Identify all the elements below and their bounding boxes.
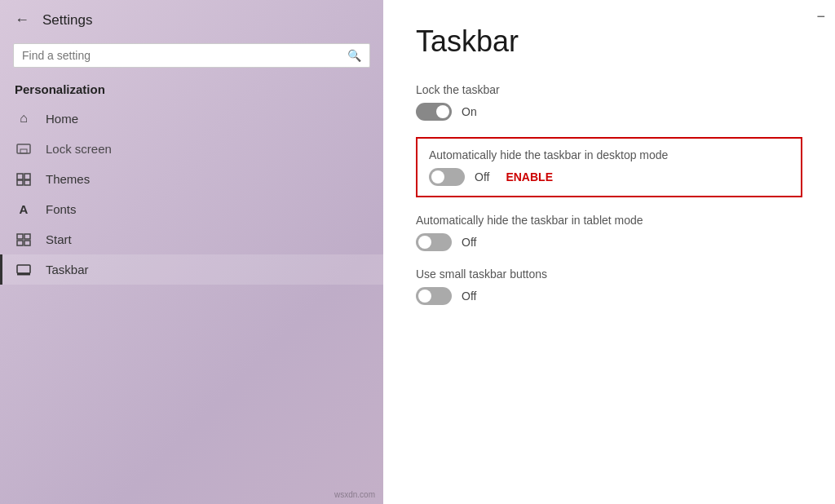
sidebar-item-home[interactable]: ⌂ Home: [0, 103, 383, 134]
enable-link[interactable]: ENABLE: [506, 170, 553, 183]
setting-small-buttons: Use small taskbar buttons Off: [416, 267, 802, 305]
svg-rect-10: [17, 265, 30, 273]
setting-row-hide-desktop: Off ENABLE: [429, 168, 789, 186]
sidebar-item-label: Lock screen: [46, 142, 112, 156]
fonts-icon: A: [15, 202, 33, 216]
back-button[interactable]: ←: [15, 11, 29, 29]
setting-lock-taskbar: Lock the taskbar On: [416, 83, 802, 121]
toggle-knob: [418, 236, 431, 249]
svg-rect-9: [24, 241, 30, 245]
watermark: wsxdn.com: [334, 490, 375, 499]
sidebar-item-themes[interactable]: Themes: [0, 164, 383, 194]
setting-label-hide-desktop: Automatically hide the taskbar in deskto…: [429, 148, 789, 161]
setting-row-hide-tablet: Off: [416, 233, 802, 251]
toggle-label-hide-desktop: Off: [475, 170, 489, 183]
toggle-hide-tablet[interactable]: [416, 233, 452, 251]
setting-label-hide-tablet: Automatically hide the taskbar in tablet…: [416, 214, 802, 227]
svg-rect-11: [17, 273, 30, 276]
toggle-label-hide-tablet: Off: [462, 236, 476, 249]
svg-rect-2: [17, 174, 23, 179]
sidebar: ← Settings 🔍 Personalization ⌂ Home Lock…: [0, 0, 383, 504]
svg-rect-8: [17, 241, 23, 245]
sidebar-item-label: Start: [46, 232, 72, 246]
svg-rect-6: [17, 234, 23, 239]
setting-hide-tablet: Automatically hide the taskbar in tablet…: [416, 214, 802, 251]
sidebar-item-label: Themes: [46, 172, 90, 186]
search-icon: 🔍: [347, 49, 361, 62]
sidebar-title: Settings: [42, 12, 92, 29]
sidebar-item-taskbar[interactable]: Taskbar: [0, 254, 383, 285]
sidebar-item-fonts[interactable]: A Fonts: [0, 194, 383, 224]
toggle-hide-desktop[interactable]: [429, 168, 465, 186]
start-icon: [15, 233, 33, 246]
highlight-box-hide-desktop: Automatically hide the taskbar in deskto…: [416, 137, 802, 197]
toggle-label-lock-taskbar: On: [462, 105, 477, 118]
toggle-small-buttons[interactable]: [416, 287, 452, 305]
sidebar-item-label: Home: [46, 112, 78, 126]
setting-row-small-buttons: Off: [416, 287, 802, 305]
sidebar-item-label: Fonts: [46, 202, 77, 216]
svg-rect-4: [17, 180, 23, 185]
search-box[interactable]: 🔍: [13, 43, 370, 68]
home-icon: ⌂: [15, 111, 33, 126]
setting-row-lock-taskbar: On: [416, 103, 802, 121]
lock-screen-icon: [15, 143, 33, 156]
taskbar-icon: [15, 264, 33, 276]
toggle-knob: [436, 105, 449, 118]
toggle-lock-taskbar[interactable]: [416, 103, 452, 121]
main-content: − Taskbar Lock the taskbar On Automatica…: [383, 0, 835, 504]
section-label: Personalization: [0, 77, 383, 103]
page-title: Taskbar: [416, 24, 802, 59]
svg-rect-5: [24, 180, 30, 185]
sidebar-header: ← Settings: [0, 0, 383, 37]
sidebar-item-lock-screen[interactable]: Lock screen: [0, 134, 383, 164]
svg-rect-3: [24, 174, 30, 179]
setting-label-small-buttons: Use small taskbar buttons: [416, 267, 802, 281]
toggle-label-small-buttons: Off: [462, 290, 476, 303]
minimize-button[interactable]: −: [816, 8, 825, 25]
toggle-knob: [418, 290, 431, 303]
themes-icon: [15, 173, 33, 186]
search-input[interactable]: [22, 49, 347, 62]
svg-rect-7: [24, 234, 30, 239]
sidebar-item-label: Taskbar: [46, 263, 89, 276]
setting-label-lock-taskbar: Lock the taskbar: [416, 83, 802, 96]
sidebar-item-start[interactable]: Start: [0, 224, 383, 254]
toggle-knob: [431, 170, 444, 183]
